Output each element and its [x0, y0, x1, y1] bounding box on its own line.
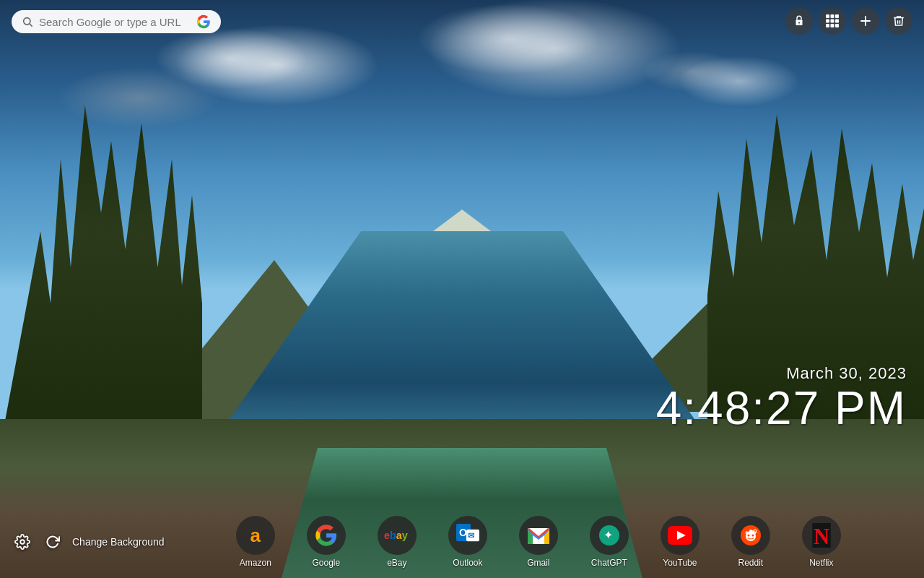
- youtube-icon-wrapper: [661, 516, 699, 555]
- svg-point-16: [20, 540, 25, 544]
- refresh-button[interactable]: [42, 531, 64, 553]
- settings-button[interactable]: [12, 531, 33, 553]
- amazon-label: Amazon: [240, 558, 271, 568]
- date-display: March 30, 2023: [656, 364, 907, 383]
- app-item-amazon[interactable]: a Amazon: [223, 516, 288, 568]
- app-item-ebay[interactable]: ebay eBay: [365, 516, 430, 568]
- google-icon: [315, 524, 338, 547]
- amazon-icon-wrapper: a: [236, 516, 275, 555]
- time-display: 4:48:27 PM: [656, 383, 907, 434]
- search-icon: [22, 16, 33, 27]
- bottom-bar: Change Background a Amazon Google: [0, 506, 924, 578]
- svg-text:O: O: [459, 527, 467, 538]
- outlook-icon: O ✉: [456, 524, 479, 547]
- chatgpt-label: ChatGPT: [591, 558, 627, 568]
- search-container[interactable]: [12, 10, 221, 33]
- amazon-icon: a: [250, 525, 261, 547]
- app-item-chatgpt[interactable]: ✦ ChatGPT: [577, 516, 642, 568]
- change-background-label[interactable]: Change Background: [72, 536, 165, 548]
- chatgpt-icon: ✦: [598, 524, 621, 547]
- app-item-outlook[interactable]: O ✉ Outlook: [435, 516, 500, 568]
- netflix-icon: N: [811, 523, 832, 548]
- ebay-icon-wrapper: ebay: [378, 516, 417, 555]
- reddit-icon: [739, 524, 762, 547]
- google-logo-icon: [196, 14, 211, 29]
- gmail-icon-wrapper: [519, 516, 558, 555]
- datetime-display: March 30, 2023 4:48:27 PM: [656, 364, 907, 434]
- netflix-icon-wrapper: N: [802, 516, 841, 555]
- svg-point-29: [747, 535, 749, 537]
- reddit-icon-wrapper: [731, 516, 770, 555]
- outlook-label: Outlook: [453, 558, 482, 568]
- outlook-icon-wrapper: O ✉: [448, 516, 487, 555]
- netflix-label: Netflix: [809, 558, 833, 568]
- svg-text:✉: ✉: [468, 531, 474, 540]
- svg-text:ebay: ebay: [384, 530, 408, 541]
- youtube-label: YouTube: [663, 558, 697, 568]
- app-item-youtube[interactable]: YouTube: [648, 516, 712, 568]
- google-icon-wrapper: [307, 516, 346, 555]
- svg-text:N: N: [814, 525, 829, 548]
- app-item-gmail[interactable]: Gmail: [506, 516, 571, 568]
- search-input[interactable]: [39, 16, 191, 28]
- google-label: Google: [312, 558, 340, 568]
- youtube-icon: [668, 526, 692, 545]
- app-item-google[interactable]: Google: [294, 516, 359, 568]
- gmail-icon: [527, 525, 550, 545]
- ebay-label: eBay: [387, 558, 406, 568]
- svg-text:✦: ✦: [603, 529, 613, 541]
- svg-point-0: [24, 18, 30, 25]
- svg-point-30: [751, 535, 754, 537]
- reddit-label: Reddit: [738, 558, 763, 568]
- bottom-left-controls: Change Background: [12, 531, 165, 553]
- app-shortcuts: a Amazon Google ebay: [209, 516, 868, 568]
- chatgpt-icon-wrapper: ✦: [590, 516, 629, 555]
- ebay-icon: ebay: [384, 527, 410, 544]
- svg-line-1: [30, 24, 32, 27]
- top-bar: [0, 0, 924, 43]
- app-item-netflix[interactable]: N Netflix: [789, 516, 854, 568]
- gmail-label: Gmail: [527, 558, 549, 568]
- app-item-reddit[interactable]: Reddit: [718, 516, 783, 568]
